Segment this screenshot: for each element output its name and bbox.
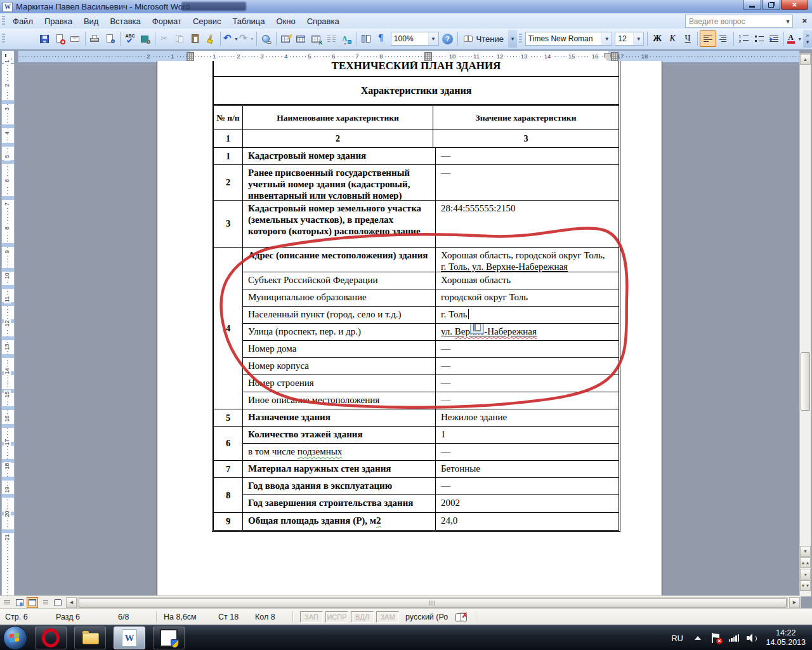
table-cell-value[interactable]: — xyxy=(436,358,619,375)
new-document-button[interactable] xyxy=(7,31,22,46)
minimize-button[interactable] xyxy=(743,0,761,10)
table-cell-value[interactable]: — xyxy=(436,375,619,392)
menu-item-8[interactable]: Справка xyxy=(301,15,345,28)
spelling-status-icon[interactable] xyxy=(455,613,467,621)
table-cell-value[interactable]: 28:44:555555:2150 xyxy=(436,201,619,247)
insert-table-button[interactable] xyxy=(294,31,309,46)
table-column-marker[interactable] xyxy=(424,52,432,62)
bold-button[interactable]: Ж xyxy=(650,31,665,46)
table-cell-label[interactable]: Номер дома xyxy=(243,341,436,357)
table-cell-label[interactable]: Номер строения xyxy=(243,375,436,392)
chevron-down-icon[interactable]: ▼ xyxy=(783,18,792,25)
taskbar-word-button[interactable]: W xyxy=(114,627,145,649)
normal-view-button[interactable] xyxy=(1,597,13,608)
table-cell-label[interactable]: Номер корпуса xyxy=(243,358,436,375)
table-cell-value[interactable]: г. Толь xyxy=(436,307,619,323)
close-button[interactable]: ✕ xyxy=(781,0,808,10)
taskbar-explorer-button[interactable] xyxy=(74,627,106,649)
menu-item-3[interactable]: Вставка xyxy=(104,15,146,28)
cut-button[interactable] xyxy=(157,31,173,46)
table-cell-value[interactable]: городской округ Толь xyxy=(436,289,619,306)
columns-button[interactable] xyxy=(324,31,339,46)
print-layout-button[interactable] xyxy=(27,597,38,608)
toolbar-grip[interactable] xyxy=(519,34,522,44)
table-row-number[interactable]: 3 xyxy=(214,201,243,247)
table-cell-label[interactable]: Улица (проспект, пер. и др.) xyxy=(243,324,436,340)
font-size-select[interactable]: 12 ▼ xyxy=(615,32,644,46)
table-cell-value[interactable]: Нежилое здание xyxy=(436,409,619,426)
hidden-icons-chevron-icon[interactable] xyxy=(695,636,701,640)
horizontal-scroll-track[interactable] xyxy=(77,597,788,608)
table-subtitle[interactable]: Характеристики здания xyxy=(214,77,619,106)
table-row-number[interactable]: 8 xyxy=(214,478,243,512)
numbered-list-button[interactable] xyxy=(736,31,751,46)
reading-view-button[interactable] xyxy=(52,597,63,608)
menu-item-5[interactable]: Сервис xyxy=(187,15,227,28)
menu-item-0[interactable]: Файл xyxy=(7,15,39,28)
volume-icon[interactable] xyxy=(747,633,757,642)
chevron-down-icon[interactable]: ▼ xyxy=(601,32,612,45)
paste-button[interactable] xyxy=(188,31,203,46)
underline-button[interactable]: Ч xyxy=(680,31,695,46)
title-bar[interactable]: W Маркитан Павел Васильевич - Microsoft … xyxy=(0,0,812,14)
print-preview-button[interactable] xyxy=(103,31,118,46)
table-cell-label[interactable]: Материал наружных стен здания xyxy=(243,461,436,477)
align-left-button[interactable] xyxy=(700,30,716,47)
vertical-scroll-thumb[interactable] xyxy=(801,352,810,411)
chevron-down-icon[interactable]: ▼ xyxy=(428,32,438,45)
font-name-select[interactable]: Times New Roman ▼ xyxy=(525,32,612,46)
document-map-button[interactable] xyxy=(359,31,374,46)
menu-item-4[interactable]: Формат xyxy=(147,15,187,28)
question-box[interactable]: Введите вопрос ▼ xyxy=(685,15,793,28)
toolbar-options-icon[interactable]: ▾ xyxy=(508,30,517,48)
start-button[interactable] xyxy=(3,626,27,650)
table-cell-value[interactable]: Хорошая область, городской округ Толь,г.… xyxy=(436,248,619,272)
format-painter-button[interactable] xyxy=(203,31,218,46)
table-cell-label[interactable]: Населенный пункт (город, село и т.д.) xyxy=(243,307,436,323)
table-cell-value[interactable]: Бетонные xyxy=(436,461,619,477)
table-cell-label[interactable]: Адрес (описание местоположения) здания xyxy=(243,248,436,272)
chevron-down-icon[interactable]: ▼ xyxy=(250,37,254,41)
table-column-number-cell[interactable]: 1 xyxy=(214,130,243,147)
outline-view-button[interactable] xyxy=(39,597,51,608)
table-cell-label[interactable]: Иное описание местоположения xyxy=(243,392,436,409)
taskbar-app-button[interactable] xyxy=(153,627,185,649)
action-center-flag-icon[interactable]: ✕ xyxy=(711,633,720,643)
document-page[interactable]: ТЕХНИЧЕСКИЙ ПЛАН ЗДАНИЯ Характеристики з… xyxy=(157,61,662,595)
undo-button[interactable]: ▼ xyxy=(223,31,239,46)
indent-button[interactable] xyxy=(766,31,782,46)
menu-grip[interactable] xyxy=(2,16,5,26)
select-browse-object-icon[interactable]: ● xyxy=(800,569,811,580)
insert-excel-button[interactable] xyxy=(309,31,324,46)
network-signal-icon[interactable] xyxy=(729,634,740,642)
table-header-cell[interactable]: № п/п xyxy=(214,106,243,129)
table-header-cell[interactable]: Наименование характеристики xyxy=(243,106,433,129)
chevron-down-icon[interactable]: ▼ xyxy=(797,37,802,41)
table-cell-value[interactable]: — xyxy=(436,148,619,164)
save-button[interactable] xyxy=(37,31,53,46)
tables-borders-button[interactable] xyxy=(278,31,294,46)
question-close-icon[interactable]: × xyxy=(802,16,807,25)
table-header-cell[interactable]: Значение характеристики xyxy=(433,106,619,129)
table-row-number[interactable]: 2 xyxy=(214,165,243,200)
table-row-number[interactable]: 6 xyxy=(214,427,243,460)
table-row-number[interactable]: 4 xyxy=(214,248,243,409)
font-color-button[interactable]: ▼ xyxy=(786,31,802,46)
redo-button[interactable]: ▼ xyxy=(239,31,254,46)
align-center-button[interactable] xyxy=(716,31,731,46)
table-cell-value[interactable]: ул. Верхне-Набережная xyxy=(436,324,619,340)
status-mode-ИСПР[interactable]: ИСПР xyxy=(325,611,348,623)
clock[interactable]: 14:22 14.05.2013 xyxy=(766,628,806,647)
drawing-button[interactable] xyxy=(339,31,355,46)
toolbar-grip[interactable] xyxy=(2,34,5,44)
table-column-number-cell[interactable]: 3 xyxy=(433,130,619,147)
table-title[interactable]: ТЕХНИЧЕСКИЙ ПЛАН ЗДАНИЯ xyxy=(214,61,619,77)
hyperlink-button[interactable] xyxy=(259,31,274,46)
status-language[interactable]: русский (Ро xyxy=(400,613,453,621)
more-buttons-icon[interactable]: »▾ xyxy=(803,30,812,48)
italic-button[interactable]: К xyxy=(665,31,680,46)
chevron-down-icon[interactable]: ▼ xyxy=(633,32,643,45)
table-row-number[interactable]: 1 xyxy=(214,148,243,164)
status-mode-ЗАМ[interactable]: ЗАМ xyxy=(376,611,399,623)
table-cell-value[interactable]: — xyxy=(436,165,619,200)
